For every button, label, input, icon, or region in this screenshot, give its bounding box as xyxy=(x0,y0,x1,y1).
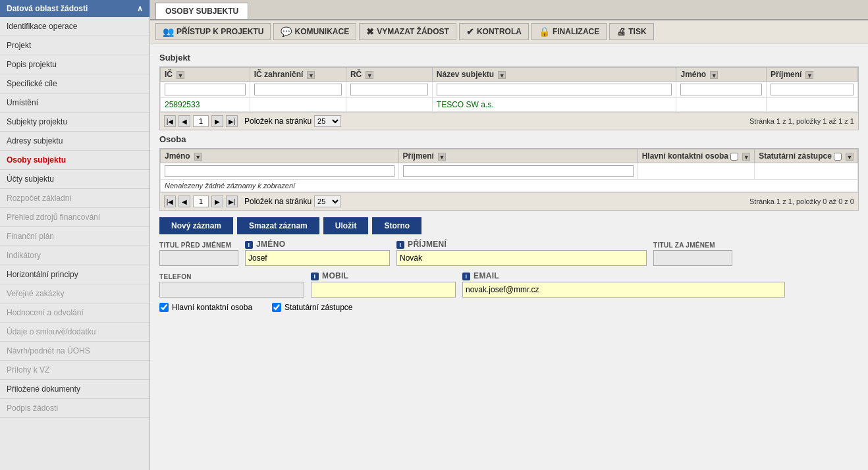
sidebar-collapse-icon[interactable]: ∧ xyxy=(137,4,143,13)
filter-rc-input[interactable] xyxy=(350,84,428,95)
filter-jmeno-input[interactable] xyxy=(680,84,762,95)
crud-buttons-row: Nový záznam Smazat záznam Uložit Storno xyxy=(159,217,859,234)
filter-hlavni-icon[interactable]: ▼ xyxy=(742,153,750,161)
sidebar-item-3[interactable]: Specifické cíle xyxy=(0,74,149,93)
mobil-label: i MOBIL xyxy=(311,271,456,280)
filter-iczahr-icon[interactable]: ▼ xyxy=(307,71,315,79)
telefon-input[interactable] xyxy=(159,282,304,298)
jmeno-input[interactable] xyxy=(245,250,390,266)
tab-bar: OSOBY SUBJEKTU xyxy=(150,0,868,20)
filter-ojmeno-icon[interactable]: ▼ xyxy=(194,153,202,161)
page-next-btn[interactable]: ▶ xyxy=(211,115,223,127)
mobil-input[interactable] xyxy=(311,282,456,298)
sidebar-item-9: Rozpočet základní xyxy=(0,189,149,208)
sidebar-item-5[interactable]: Subjekty projektu xyxy=(0,113,149,132)
main-content: OSOBY SUBJEKTU 👥 PŘÍSTUP K PROJEKTU 💬 KO… xyxy=(150,0,868,470)
osoba-page-prev-btn[interactable]: ◀ xyxy=(178,196,190,207)
sidebar-item-1[interactable]: Projekt xyxy=(0,36,149,55)
cell-ic[interactable]: 25892533 xyxy=(165,100,200,109)
hlavni-kontaktni-checkbox[interactable] xyxy=(159,303,169,312)
cell-prijmeni xyxy=(767,98,858,112)
filter-rc-icon[interactable]: ▼ xyxy=(366,71,373,79)
cell-rc xyxy=(346,98,432,112)
cell-nazev[interactable]: TESCO SW a.s. xyxy=(437,100,494,109)
filter-statutarni-icon[interactable]: ▼ xyxy=(846,153,854,161)
titul-pred-input[interactable] xyxy=(159,250,238,266)
filter-hlavni-checkbox[interactable] xyxy=(730,153,738,161)
prijmeni-input[interactable] xyxy=(396,250,647,266)
sidebar-item-15: Hodnocení a odvolání xyxy=(0,303,149,323)
btn-pristup-k-projektu[interactable]: 👥 PŘÍSTUP K PROJEKTU xyxy=(155,23,271,40)
osoba-pagination: |◀ ◀ ▶ ▶| Položek na stránku 2550100 Str… xyxy=(160,192,858,210)
sidebar-item-19[interactable]: Přiložené dokumenty xyxy=(0,380,149,399)
save-button[interactable]: Uložit xyxy=(323,217,369,234)
sidebar-item-4[interactable]: Umístění xyxy=(0,93,149,113)
subjekt-table: IČ ▼ IČ zahraniční ▼ RČ ▼ xyxy=(160,67,858,112)
btn-komunikace[interactable]: 💬 KOMUNIKACE xyxy=(273,23,356,40)
col-osoba-jmeno: Jméno ▼ xyxy=(161,149,399,163)
titul-pred-field: TITUL PŘED JMÉNEM xyxy=(159,242,238,266)
osoba-page-last-btn[interactable]: ▶| xyxy=(226,196,238,207)
email-input[interactable] xyxy=(462,282,785,298)
page-number-input[interactable] xyxy=(193,115,209,127)
delete-record-button[interactable]: Smazat záznam xyxy=(237,217,319,234)
col-prijmeni: Příjmení ▼ xyxy=(767,68,858,82)
subjekt-table-container: IČ ▼ IČ zahraniční ▼ RČ ▼ xyxy=(159,66,859,130)
mobil-field: i MOBIL xyxy=(311,271,456,298)
page-prev-btn[interactable]: ◀ xyxy=(178,115,190,127)
new-record-button[interactable]: Nový záznam xyxy=(159,217,233,234)
telefon-field: TELEFON xyxy=(159,273,304,298)
titul-za-input[interactable] xyxy=(653,250,732,266)
sidebar-header-label: Datová oblast žádosti xyxy=(7,4,88,13)
col-ic: IČ ▼ xyxy=(161,68,250,82)
person-form: TITUL PŘED JMÉNEM i JMÉNO i PŘÍJMENÍ xyxy=(159,240,859,312)
cancel-button[interactable]: Storno xyxy=(372,217,421,234)
btn-vymazat-zadost[interactable]: ✖ VYMAZAT ŽÁDOST xyxy=(359,23,456,40)
filter-nazev-input[interactable] xyxy=(437,84,672,95)
sidebar-item-7[interactable]: Osoby subjektu xyxy=(0,151,149,170)
table-row[interactable]: 25892533 TESCO SW a.s. xyxy=(161,98,858,112)
filter-prijmeni-input[interactable] xyxy=(771,84,854,95)
sidebar-item-6[interactable]: Adresy subjektu xyxy=(0,132,149,151)
filter-oprijmeni-icon[interactable]: ▼ xyxy=(438,153,446,161)
osoba-page-next-btn[interactable]: ▶ xyxy=(211,196,223,207)
statutarni-zastupce-checkbox[interactable] xyxy=(272,303,281,312)
btn-finalizace-label: FINALIZACE xyxy=(553,27,599,36)
jmeno-req-icon: i xyxy=(245,241,253,249)
finalizace-icon: 🔒 xyxy=(539,26,550,37)
btn-tisk[interactable]: 🖨 TISK xyxy=(609,23,653,40)
page-last-btn[interactable]: ▶| xyxy=(226,115,238,127)
filter-iczahr-input[interactable] xyxy=(254,84,342,95)
filter-ojmeno-input[interactable] xyxy=(165,165,394,177)
sidebar-item-0[interactable]: Identifikace operace xyxy=(0,17,149,36)
sidebar: Datová oblast žádosti ∧ Identifikace ope… xyxy=(0,0,150,470)
tisk-icon: 🖨 xyxy=(616,26,626,37)
filter-oprijmeni-input[interactable] xyxy=(403,165,634,177)
items-per-page-select[interactable]: 2550100 xyxy=(314,115,341,127)
statutarni-zastupce-label: Statutární zástupce xyxy=(285,303,352,312)
osoba-items-per-page-select[interactable]: 2550100 xyxy=(314,196,341,207)
filter-ic-icon[interactable]: ▼ xyxy=(176,71,184,79)
sidebar-item-13[interactable]: Horizontální principy xyxy=(0,265,149,284)
page-first-btn[interactable]: |◀ xyxy=(164,115,176,127)
action-bar: 👥 PŘÍSTUP K PROJEKTU 💬 KOMUNIKACE ✖ VYMA… xyxy=(150,20,868,43)
filter-ic-input[interactable] xyxy=(165,84,246,95)
osoba-page-first-btn[interactable]: |◀ xyxy=(164,196,176,207)
sidebar-item-20: Podpis žádosti xyxy=(0,399,149,418)
btn-finalizace[interactable]: 🔒 FINALIZACE xyxy=(531,23,607,40)
page-tab[interactable]: OSOBY SUBJEKTU xyxy=(155,3,248,19)
sidebar-item-16: Údaje o smlouvě/dodatku xyxy=(0,323,149,342)
sidebar-item-2[interactable]: Popis projektu xyxy=(0,55,149,74)
filter-jmeno-icon[interactable]: ▼ xyxy=(710,71,718,79)
hlavni-kontaktni-item: Hlavní kontaktní osoba xyxy=(159,303,252,312)
titul-za-field: TITUL ZA JMÉNEM xyxy=(653,242,732,266)
sidebar-item-8[interactable]: Účty subjektu xyxy=(0,170,149,189)
sidebar-header[interactable]: Datová oblast žádosti ∧ xyxy=(0,0,149,17)
btn-kontrola[interactable]: ✔ KONTROLA xyxy=(459,23,529,40)
filter-nazev-icon[interactable]: ▼ xyxy=(498,71,506,79)
osoba-page-number-input[interactable] xyxy=(193,196,209,207)
filter-prijmeni-icon[interactable]: ▼ xyxy=(805,71,813,79)
filter-statutarni-checkbox[interactable] xyxy=(834,153,842,161)
sidebar-item-18: Přílohy k VZ xyxy=(0,361,149,380)
prijmeni-field: i PŘÍJMENÍ xyxy=(396,240,647,266)
